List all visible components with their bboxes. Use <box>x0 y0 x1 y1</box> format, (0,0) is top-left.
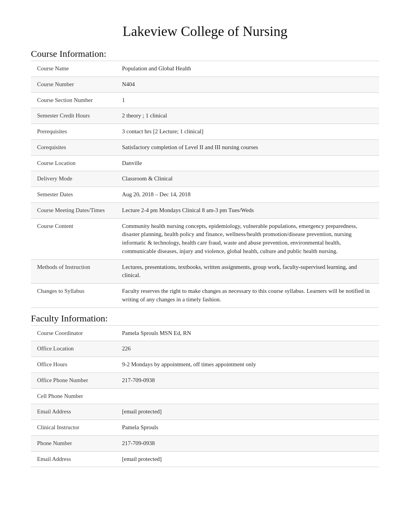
row-value: 9-2 Mondays by appointment, off times ap… <box>116 357 379 373</box>
table-row: Office Hours9-2 Mondays by appointment, … <box>31 357 379 373</box>
row-label: Course Location <box>31 155 116 171</box>
row-label: Corequisites <box>31 139 116 155</box>
row-value: Lecture 2-4 pm Mondays Clinical 8 am-3 p… <box>116 202 379 218</box>
table-row: Semester Credit Hours2 theory ; 1 clinic… <box>31 108 379 124</box>
row-value: 3 contact hrs [2 Lecture; 1 clinical] <box>116 124 379 140</box>
row-value: Community health nursing concepts, epide… <box>116 218 379 259</box>
table-row: Office Phone Number217-709-0938 <box>31 372 379 388</box>
row-label: Course Name <box>31 61 116 77</box>
table-row: Course CoordinatorPamela Sprouls MSN Ed,… <box>31 325 379 341</box>
row-label: Course Content <box>31 218 116 259</box>
row-value: Pamela Sprouls MSN Ed, RN <box>116 325 379 341</box>
row-label: Semester Credit Hours <box>31 108 116 124</box>
row-label: Clinical Instructor <box>31 420 116 436</box>
row-value: 1 <box>116 92 379 108</box>
row-label: Course Coordinator <box>31 325 116 341</box>
table-row: Methods of InstructionLectures, presenta… <box>31 259 379 284</box>
row-value: Pamela Sprouls <box>116 420 379 436</box>
table-row: Course LocationDanville <box>31 155 379 171</box>
table-row: Course Meeting Dates/TimesLecture 2-4 pm… <box>31 202 379 218</box>
table-row: Delivery ModeClassroom & Clinical <box>31 171 379 187</box>
row-label: Office Phone Number <box>31 372 116 388</box>
row-label: Office Hours <box>31 357 116 373</box>
table-row: Email Address[email protected] <box>31 404 379 420</box>
row-label: Delivery Mode <box>31 171 116 187</box>
row-value: [email protected] <box>116 404 379 420</box>
row-label: Prerequisites <box>31 124 116 140</box>
table-row: Phone Number217-709-0938 <box>31 435 379 451</box>
row-label: Methods of Instruction <box>31 259 116 284</box>
row-label: Changes to Syllabus <box>31 284 116 308</box>
row-label: Email Address <box>31 451 116 467</box>
table-row: Course NamePopulation and Global Health <box>31 61 379 77</box>
table-row: Cell Phone Number <box>31 388 379 404</box>
page-title: Lakeview College of Nursing <box>31 23 379 39</box>
row-value: Danville <box>116 155 379 171</box>
section-heading-1: Faculty Information: <box>31 311 379 325</box>
table-row: Office Location226 <box>31 341 379 357</box>
table-row: Prerequisites3 contact hrs [2 Lecture; 1… <box>31 124 379 140</box>
table-row: Course ContentCommunity health nursing c… <box>31 218 379 259</box>
row-label: Phone Number <box>31 435 116 451</box>
row-value: 217-709-0938 <box>116 372 379 388</box>
row-value: [email protected] <box>116 451 379 467</box>
row-value: Faculty reserves the right to make chang… <box>116 284 379 308</box>
section-heading-0: Course Information: <box>31 46 379 61</box>
row-value: 226 <box>116 341 379 357</box>
row-value: 2 theory ; 1 clinical <box>116 108 379 124</box>
row-label: Course Meeting Dates/Times <box>31 202 116 218</box>
row-value <box>116 388 379 404</box>
info-table-0: Course NamePopulation and Global HealthC… <box>31 61 379 308</box>
table-row: CorequisitesSatisfactory completion of L… <box>31 139 379 155</box>
row-value: Lectures, presentations, textbooks, writ… <box>116 259 379 284</box>
table-row: Changes to SyllabusFaculty reserves the … <box>31 284 379 308</box>
row-value: Population and Global Health <box>116 61 379 77</box>
table-row: Semester DatesAug 20, 2018 – Dec 14, 201… <box>31 187 379 203</box>
row-label: Course Number <box>31 76 116 92</box>
row-label: Course Section Number <box>31 92 116 108</box>
row-label: Cell Phone Number <box>31 388 116 404</box>
table-row: Clinical InstructorPamela Sprouls <box>31 420 379 436</box>
row-label: Office Location <box>31 341 116 357</box>
table-row: Course NumberN404 <box>31 76 379 92</box>
row-label: Email Address <box>31 404 116 420</box>
table-row: Email Address[email protected] <box>31 451 379 467</box>
row-label: Semester Dates <box>31 187 116 203</box>
row-value: 217-709-0938 <box>116 435 379 451</box>
info-table-1: Course CoordinatorPamela Sprouls MSN Ed,… <box>31 325 379 467</box>
row-value: Satisfactory completion of Level II and … <box>116 139 379 155</box>
table-row: Course Section Number1 <box>31 92 379 108</box>
row-value: N404 <box>116 76 379 92</box>
row-value: Aug 20, 2018 – Dec 14, 2018 <box>116 187 379 203</box>
row-value: Classroom & Clinical <box>116 171 379 187</box>
